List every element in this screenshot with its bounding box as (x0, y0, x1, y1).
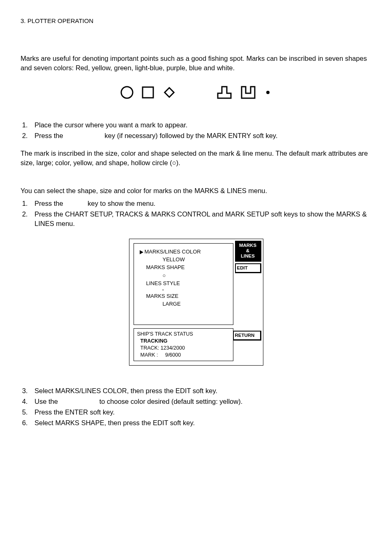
menu-row-shape[interactable]: MARKS SHAPE (146, 264, 229, 271)
svg-point-0 (121, 87, 133, 98)
status-mode: TRACKING (141, 338, 230, 345)
menu-row-lines[interactable]: LINES STYLE (146, 280, 229, 287)
steps-list-c: Select MARKS/LINES COLOR, then press the… (21, 386, 371, 428)
status-title: SHIP'S TRACK STATUS (137, 331, 230, 338)
section-b-intro: You can select the shape, size and color… (21, 186, 371, 196)
menu-options-panel: MARKS/LINES COLOR YELLOW MARKS SHAPE ○ L… (134, 243, 233, 325)
status-track: TRACK: 1234/2000 (141, 345, 230, 352)
diamond-icon (162, 85, 177, 100)
pointer-icon (140, 250, 143, 254)
svg-rect-2 (165, 88, 174, 97)
step-c5: Press the ENTER soft key. (30, 408, 371, 417)
menu-figure: MARKS &LINES EDIT MARKS/LINES COLOR YELL… (21, 239, 371, 366)
circle-icon (120, 85, 134, 99)
status-panel: SHIP'S TRACK STATUS TRACKING TRACK: 1234… (134, 328, 233, 361)
step-c6: Select MARKS SHAPE, then press the EDIT … (30, 418, 371, 428)
step-b1: Press the key to show the menu. (30, 199, 371, 208)
intro-paragraph: Marks are useful for denoting important … (21, 54, 371, 73)
menu-val-size: LARGE (163, 300, 229, 308)
step-a2: Press the key (if necessary) followed by… (30, 131, 371, 140)
svg-point-3 (266, 91, 270, 94)
convex-icon (216, 85, 233, 100)
page-header: 3. PLOTTER OPERATION (21, 16, 371, 25)
softkey-edit[interactable]: EDIT (235, 263, 261, 273)
step-c3: Select MARKS/LINES COLOR, then press the… (30, 386, 371, 396)
menu-screen: MARKS &LINES EDIT MARKS/LINES COLOR YELL… (129, 239, 263, 366)
step-a1: Place the cursor where you want a mark t… (30, 120, 371, 130)
softkey-return[interactable]: RETURN (233, 331, 261, 341)
menu-val-lines: ▪ (163, 288, 229, 292)
svg-rect-1 (143, 87, 153, 98)
steps-list-a: Place the cursor where you want a mark t… (21, 120, 371, 140)
softkey-title: MARKS &LINES (235, 241, 261, 262)
menu-val-color: YELLOW (163, 256, 229, 263)
mark-shapes-figure (21, 85, 371, 100)
after-a-paragraph: The mark is inscribed in the size, color… (21, 149, 371, 168)
menu-row-color[interactable]: MARKS/LINES COLOR (140, 248, 229, 256)
dot-icon (264, 85, 272, 100)
status-mark: MARK : 9/6000 (141, 352, 230, 359)
step-b2: Press the CHART SETUP, TRACKS & MARKS CO… (30, 210, 371, 228)
menu-row-size[interactable]: MARKS SIZE (146, 292, 229, 300)
menu-val-shape: ○ (163, 272, 229, 279)
softkey-column: MARKS &LINES EDIT (235, 241, 261, 275)
concave-icon (240, 85, 256, 100)
steps-list-b: Press the key to show the menu. Press th… (21, 199, 371, 228)
square-icon (141, 86, 154, 99)
step-c4: Use the to choose color desired (default… (30, 397, 371, 406)
